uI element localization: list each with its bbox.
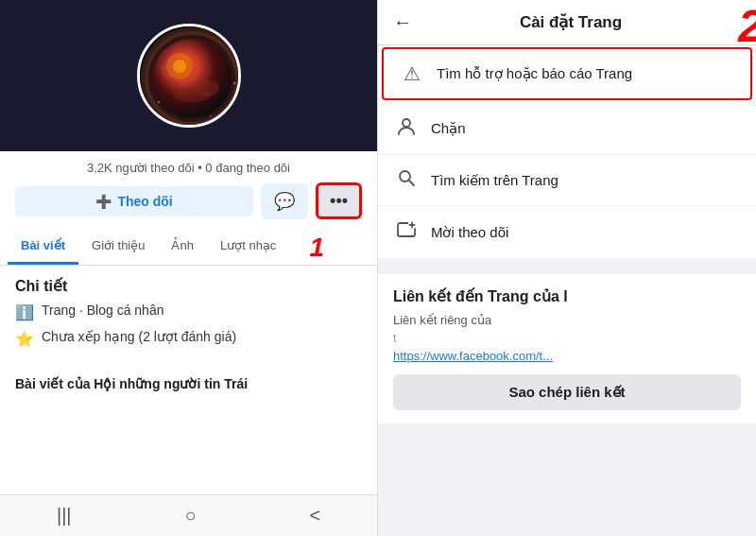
messenger-icon: 💬 xyxy=(274,192,295,211)
star-icon: ⭐ xyxy=(15,330,34,348)
section-divider xyxy=(378,267,756,274)
link-section-title: Liên kết đến Trang của l xyxy=(393,287,741,305)
menu-item-block[interactable]: Chặn xyxy=(378,102,756,155)
menu-item-block-label: Chặn xyxy=(431,120,466,137)
menu-section: ⚠ Tìm hỗ trợ hoặc báo cáo Trang Chặn Tìm… xyxy=(378,45,756,259)
svg-point-15 xyxy=(403,119,410,127)
nav-menu-icon[interactable]: ||| xyxy=(57,505,72,527)
step-number-1: 1 xyxy=(309,233,324,263)
menu-item-search-label: Tìm kiếm trên Trang xyxy=(431,172,558,189)
link-section: Liên kết đến Trang của l Liên kết riêng … xyxy=(378,274,756,424)
profile-actions: ➕ Theo dõi 💬 ••• xyxy=(0,182,377,229)
step-number-2: 2 xyxy=(738,0,756,52)
messenger-button[interactable]: 💬 xyxy=(261,183,308,219)
tab-luot-nhac[interactable]: Lượt nhạc xyxy=(207,229,289,265)
menu-item-invite[interactable]: Mời theo dõi xyxy=(378,206,756,259)
svg-point-16 xyxy=(400,171,410,182)
info-icon: ℹ️ xyxy=(15,303,34,321)
avatar xyxy=(137,24,241,128)
more-button[interactable]: ••• xyxy=(316,182,362,219)
plus-icon: ➕ xyxy=(95,194,112,209)
nav-home-icon[interactable]: ○ xyxy=(184,505,196,527)
theo-doi-button[interactable]: ➕ Theo dõi xyxy=(15,186,253,216)
chi-tiet-section: Chi tiết ℹ️ Trang · Blog cá nhân ⭐ Chưa … xyxy=(0,266,377,367)
chi-tiet-item-2: ⭐ Chưa xếp hạng (2 lượt đánh giá) xyxy=(15,329,362,348)
svg-line-17 xyxy=(409,181,414,185)
menu-item-report[interactable]: ⚠ Tìm hỗ trợ hoặc báo cáo Trang xyxy=(382,47,752,100)
link-url: https://www.facebook.com/t... xyxy=(393,349,741,363)
chi-tiet-item-1: ℹ️ Trang · Blog cá nhân xyxy=(15,303,362,321)
nav-back-icon[interactable]: < xyxy=(309,505,320,527)
back-button[interactable]: ← xyxy=(393,11,412,33)
tab-gioi-thieu[interactable]: Giới thiệu xyxy=(78,229,158,265)
bai-viet-title: Bài viết của Hội những người tin Trái xyxy=(0,367,377,397)
block-icon xyxy=(393,115,420,141)
svg-point-13 xyxy=(173,60,186,73)
svg-point-3 xyxy=(223,33,225,35)
menu-item-report-label: Tìm hỗ trợ hoặc báo cáo Trang xyxy=(437,65,632,82)
right-header: ← Cài đặt Trang 2 xyxy=(378,0,756,45)
profile-actions-wrapper: ➕ Theo dõi 💬 ••• 1 xyxy=(0,182,377,229)
svg-point-2 xyxy=(148,40,150,42)
link-label: Liên kết riêng của xyxy=(393,313,741,327)
menu-item-search[interactable]: Tìm kiếm trên Trang xyxy=(378,155,756,206)
menu-item-invite-label: Mời theo dõi xyxy=(431,224,508,241)
report-icon: ⚠ xyxy=(399,62,425,85)
svg-point-8 xyxy=(152,39,232,118)
right-panel: ← Cài đặt Trang 2 ⚠ Tìm hỗ trợ hoặc báo … xyxy=(378,0,756,536)
profile-header xyxy=(0,0,377,151)
profile-stats: 3,2K người theo dõi • 0 đang theo dõi xyxy=(0,151,377,182)
bottom-nav: ||| ○ < xyxy=(0,494,377,536)
link-sub: t xyxy=(393,331,741,345)
invite-icon xyxy=(393,219,420,245)
tab-anh[interactable]: Ảnh xyxy=(158,229,206,265)
svg-point-11 xyxy=(173,87,211,102)
tab-bai-viet[interactable]: Bài viết xyxy=(8,229,78,265)
left-panel: 3,2K người theo dõi • 0 đang theo dõi ➕ … xyxy=(0,0,378,536)
copy-link-button[interactable]: Sao chép liên kết xyxy=(393,374,741,410)
chi-tiet-title: Chi tiết xyxy=(15,277,362,295)
more-dots-icon: ••• xyxy=(330,191,348,210)
search-icon xyxy=(393,168,420,192)
page-settings-title: Cài đặt Trang xyxy=(423,12,718,32)
